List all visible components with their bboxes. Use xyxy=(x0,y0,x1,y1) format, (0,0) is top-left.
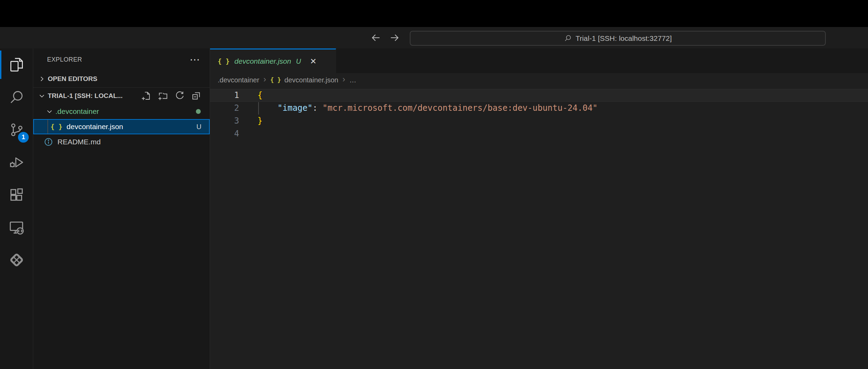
search-icon xyxy=(564,34,572,43)
chevron-right-icon: › xyxy=(263,74,267,86)
breadcrumb-file[interactable]: devcontainer.json xyxy=(284,76,338,84)
activitybar-extensions[interactable] xyxy=(0,179,33,211)
chevron-right-icon: › xyxy=(342,74,346,86)
files-icon xyxy=(9,57,25,73)
editor-group: { } devcontainer.json U ✕ .devcontainer … xyxy=(210,48,868,369)
line-number: 2 xyxy=(210,102,239,115)
tab-git-badge: U xyxy=(296,57,301,65)
workspace-section[interactable]: TRIAL-1 [SSH: LOCAL... xyxy=(33,87,210,104)
tree-item-devcontainer-json[interactable]: { } devcontainer.json U xyxy=(33,119,210,134)
file-name: devcontainer.json xyxy=(66,123,123,131)
new-file-icon[interactable] xyxy=(141,91,152,101)
open-editors-section[interactable]: OPEN EDITORS xyxy=(33,71,210,87)
indent-token xyxy=(257,103,278,113)
command-center[interactable]: Trial-1 [SSH: localhost:32772] xyxy=(410,31,826,46)
line-number: 3 xyxy=(210,115,239,127)
git-untracked-badge: U xyxy=(197,123,201,131)
chevron-down-icon xyxy=(45,107,54,116)
activitybar-remote-explorer[interactable] xyxy=(0,211,33,244)
close-icon[interactable]: ✕ xyxy=(310,57,317,66)
line-number: 1 xyxy=(210,89,239,101)
activitybar-source-control[interactable]: 1 xyxy=(0,114,33,146)
new-folder-icon[interactable] xyxy=(158,91,168,101)
more-actions-icon[interactable]: ⋯ xyxy=(190,58,200,61)
explorer-sidebar: EXPLORER ⋯ OPEN EDITORS TRIAL-1 [SSH: LO… xyxy=(33,48,210,369)
workspace-label: TRIAL-1 [SSH: LOCAL... xyxy=(48,92,123,100)
folder-name: .devcontainer xyxy=(55,107,99,116)
git-untracked-dot-badge xyxy=(196,109,201,114)
json-file-icon: { } xyxy=(51,123,62,130)
chevron-right-icon xyxy=(37,74,46,83)
tab-devcontainer-json[interactable]: { } devcontainer.json U ✕ xyxy=(210,48,336,73)
collapse-all-icon[interactable] xyxy=(191,91,201,101)
containers-icon xyxy=(9,252,25,268)
tab-label: devcontainer.json xyxy=(234,57,291,65)
window-title: Trial-1 [SSH: localhost:32772] xyxy=(576,34,672,43)
search-icon xyxy=(9,89,25,105)
activitybar-containers[interactable] xyxy=(0,244,33,276)
json-string-token: "mcr.microsoft.com/devcontainers/base:de… xyxy=(323,103,598,113)
tree-item-devcontainer-folder[interactable]: .devcontainer xyxy=(33,104,210,119)
code-line-3: 3 } xyxy=(210,115,868,127)
scm-badge: 1 xyxy=(18,132,29,143)
tree-item-readme[interactable]: README.md xyxy=(33,134,210,150)
code-line-1: 1 { xyxy=(210,89,868,102)
json-file-icon: { } xyxy=(218,57,229,65)
forward-arrow-icon[interactable] xyxy=(389,32,400,43)
readme-name: README.md xyxy=(57,138,101,146)
separator-token: : xyxy=(313,103,323,113)
macos-menubar-area xyxy=(0,0,868,27)
extensions-icon xyxy=(9,187,25,203)
close-brace-token: } xyxy=(257,116,262,126)
remote-explorer-icon xyxy=(9,219,25,235)
activity-bar: 1 xyxy=(0,48,33,369)
json-key-token: "image" xyxy=(278,103,313,113)
info-icon xyxy=(44,137,53,147)
line-number: 4 xyxy=(210,127,239,140)
tab-bar: { } devcontainer.json U ✕ xyxy=(210,48,868,73)
open-brace-token: { xyxy=(257,90,262,100)
refresh-icon[interactable] xyxy=(174,91,185,101)
chevron-down-icon xyxy=(37,91,46,100)
back-arrow-icon[interactable] xyxy=(370,32,381,43)
breadcrumb: .devcontainer › { } devcontainer.json › … xyxy=(210,73,868,87)
activitybar-explorer[interactable] xyxy=(0,48,33,81)
json-file-icon: { } xyxy=(270,76,281,83)
code-line-2: 2 "image": "mcr.microsoft.com/devcontain… xyxy=(210,102,868,115)
tree-indent-guide xyxy=(47,120,48,134)
run-debug-icon xyxy=(9,154,25,170)
open-editors-label: OPEN EDITORS xyxy=(48,75,97,83)
title-bar: Trial-1 [SSH: localhost:32772] xyxy=(0,27,868,48)
breadcrumb-symbol[interactable]: … xyxy=(349,76,356,84)
code-line-4: 4 xyxy=(210,127,868,140)
activitybar-search[interactable] xyxy=(0,81,33,114)
code-editor[interactable]: 1 { 2 "image": "mcr.microsoft.com/devcon… xyxy=(210,87,868,369)
activitybar-run-debug[interactable] xyxy=(0,146,33,179)
breadcrumb-folder[interactable]: .devcontainer xyxy=(218,76,259,84)
sidebar-title: EXPLORER xyxy=(47,56,82,63)
